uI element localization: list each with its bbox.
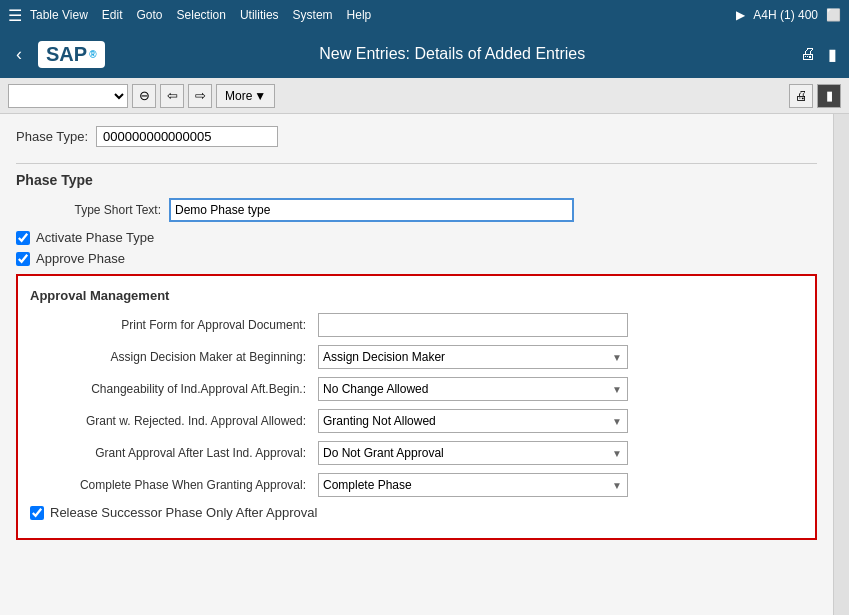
grant-rejected-select-wrapper: Granting Not Allowed Granting Allowed [318,409,628,433]
print-form-label: Print Form for Approval Document: [30,318,310,332]
type-short-text-input[interactable] [169,198,574,222]
menu-selection[interactable]: Selection [177,8,226,22]
activate-phase-type-label: Activate Phase Type [36,230,154,245]
system-id: A4H (1) 400 [753,8,818,22]
complete-phase-row: Complete Phase When Granting Approval: C… [30,473,803,497]
complete-phase-select[interactable]: Complete Phase Do Not Complete Phase [318,473,628,497]
toolbar-right: 🖨 ▮ [789,84,841,108]
toolbar: ⊖ ⇦ ⇨ More ▼ 🖨 ▮ [0,78,849,114]
changeability-label: Changeability of Ind.Approval Aft.Begin.… [30,382,310,396]
approval-management-title: Approval Management [30,288,803,303]
grant-approval-label: Grant Approval After Last Ind. Approval: [30,446,310,460]
phase-type-section-title: Phase Type [16,172,817,188]
grant-approval-select-wrapper: Do Not Grant Approval Grant Approval [318,441,628,465]
divider-1 [16,163,817,164]
release-successor-row: Release Successor Phase Only After Appro… [30,505,803,520]
activate-phase-type-row: Activate Phase Type [16,230,817,245]
menu-goto[interactable]: Goto [137,8,163,22]
approval-management-box: Approval Management Print Form for Appro… [16,274,817,540]
phase-type-input[interactable] [96,126,278,147]
print-form-row: Print Form for Approval Document: [30,313,803,337]
minus-button[interactable]: ⊖ [132,84,156,108]
release-successor-checkbox[interactable] [30,506,44,520]
menu-utilities[interactable]: Utilities [240,8,279,22]
release-successor-label: Release Successor Phase Only After Appro… [50,505,317,520]
print-icon-header[interactable]: 🖨 [800,45,816,63]
sap-logo-text: SAP [46,43,87,66]
changeability-select-wrapper: No Change Allowed Change Allowed [318,377,628,401]
grant-approval-row: Grant Approval After Last Ind. Approval:… [30,441,803,465]
grant-approval-select[interactable]: Do Not Grant Approval Grant Approval [318,441,628,465]
type-short-text-label: Type Short Text: [16,203,161,217]
print-button[interactable]: 🖨 [789,84,813,108]
assign-decision-maker-select[interactable]: Assign Decision Maker Do Not Assign [318,345,628,369]
more-chevron-icon: ▼ [254,89,266,103]
menu-bar: Table View Edit Goto Selection Utilities… [30,8,371,22]
copy-button[interactable]: ⇦ [160,84,184,108]
changeability-select[interactable]: No Change Allowed Change Allowed [318,377,628,401]
app-header: ‹ SAP ® New Entries: Details of Added En… [0,30,849,78]
sap-logo-accent: ® [89,49,96,60]
main-layout: Phase Type: Phase Type Type Short Text: … [0,114,849,615]
paste-button[interactable]: ⇨ [188,84,212,108]
expand-icon[interactable]: ⬜ [826,8,841,22]
menu-edit[interactable]: Edit [102,8,123,22]
complete-phase-select-wrapper: Complete Phase Do Not Complete Phase [318,473,628,497]
arrow-icon: ▶ [736,8,745,22]
assign-decision-maker-select-wrapper: Assign Decision Maker Do Not Assign [318,345,628,369]
approve-phase-label: Approve Phase [36,251,125,266]
changeability-row: Changeability of Ind.Approval Aft.Begin.… [30,377,803,401]
approve-phase-row: Approve Phase [16,251,817,266]
type-short-text-row: Type Short Text: [16,198,817,222]
expand-button[interactable]: ▮ [817,84,841,108]
menu-system[interactable]: System [293,8,333,22]
grant-rejected-row: Grant w. Rejected. Ind. Approval Allowed… [30,409,803,433]
print-form-input[interactable] [318,313,628,337]
assign-decision-maker-label: Assign Decision Maker at Beginning: [30,350,310,364]
scrollable-content: Phase Type: Phase Type Type Short Text: … [0,114,833,615]
grant-rejected-select[interactable]: Granting Not Allowed Granting Allowed [318,409,628,433]
toolbar-dropdown[interactable] [8,84,128,108]
grant-rejected-label: Grant w. Rejected. Ind. Approval Allowed… [30,414,310,428]
more-label: More [225,89,252,103]
app-title: New Entries: Details of Added Entries [117,45,789,63]
scroll-right-icon: ▮ [828,45,837,64]
sap-logo: SAP ® [38,41,105,68]
more-button[interactable]: More ▼ [216,84,275,108]
complete-phase-label: Complete Phase When Granting Approval: [30,478,310,492]
phase-type-label: Phase Type: [16,129,88,144]
menu-table-view[interactable]: Table View [30,8,88,22]
hamburger-icon[interactable]: ☰ [8,6,22,25]
approve-phase-checkbox[interactable] [16,252,30,266]
title-bar: ☰ Table View Edit Goto Selection Utiliti… [0,0,849,30]
phase-type-row: Phase Type: [16,126,817,147]
assign-decision-maker-row: Assign Decision Maker at Beginning: Assi… [30,345,803,369]
menu-help[interactable]: Help [347,8,372,22]
title-bar-right: ▶ A4H (1) 400 ⬜ [736,8,841,22]
activate-phase-type-checkbox[interactable] [16,231,30,245]
back-button[interactable]: ‹ [12,40,26,69]
scroll-track[interactable] [833,114,849,615]
